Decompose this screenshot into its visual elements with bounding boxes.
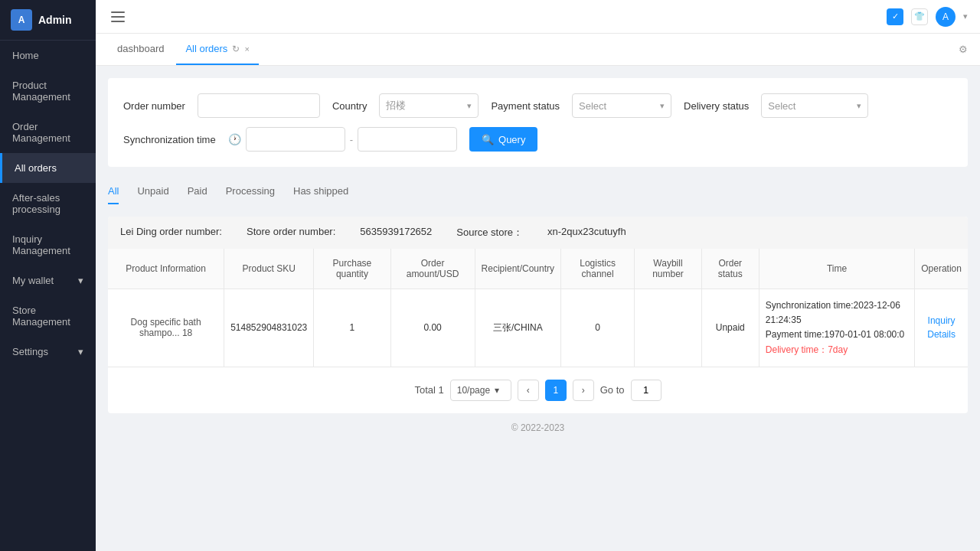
sidebar-item-order-management[interactable]: Order Management	[0, 112, 96, 153]
cell-operation: Inquiry Details	[915, 289, 968, 367]
tabs-bar: dashboard All orders ↻ × ⚙	[96, 34, 980, 66]
end-date-input[interactable]	[358, 127, 457, 152]
logo-text: Admin	[38, 14, 72, 26]
sidebar-item-label: Inquiry Management	[12, 233, 70, 256]
checkmark-icon[interactable]: ✓	[887, 8, 903, 25]
col-product-sku: Product SKU	[224, 249, 314, 289]
sidebar-item-label: Settings	[12, 346, 48, 357]
filter-row-1: Order number Country 招楼 ▾ Payment status…	[123, 93, 952, 118]
sidebar-item-settings[interactable]: Settings ▾	[0, 337, 96, 367]
chevron-down-icon[interactable]: ▾	[963, 11, 968, 21]
avatar-initial: A	[942, 11, 949, 22]
cell-purchase-qty: 1	[314, 289, 390, 367]
query-btn-label: Query	[498, 134, 525, 145]
close-icon[interactable]: ×	[244, 44, 249, 54]
sidebar-item-all-orders[interactable]: All orders	[0, 153, 96, 183]
sidebar-item-after-sales[interactable]: After-sales processing	[0, 183, 96, 224]
footer: © 2022-2023	[108, 413, 968, 442]
orders-table: Product Information Product SKU Purchase…	[108, 249, 968, 367]
search-icon: 🔍	[482, 134, 494, 145]
current-page-button[interactable]: 1	[545, 380, 567, 401]
go-to-input[interactable]	[631, 380, 662, 401]
sidebar-item-store-management[interactable]: Store Management	[0, 295, 96, 337]
delivery-time: Delivery time：7day	[766, 343, 908, 357]
cell-logistics: 0	[561, 289, 635, 367]
col-purchase-qty: Purchase quantity	[314, 249, 390, 289]
hamburger-icon[interactable]	[108, 8, 128, 25]
col-recipient: Recipient/Country	[475, 249, 560, 289]
col-waybill: Waybill number	[635, 249, 702, 289]
start-date-input[interactable]	[246, 127, 345, 152]
main-content: ✓ 👕 A ▾ dashboard All orders ↻ × ⚙ Order	[96, 0, 980, 551]
order-tab-shipped[interactable]: Has shipped	[293, 179, 348, 204]
sidebar-item-wallet[interactable]: My wallet ▾	[0, 266, 96, 295]
per-page-select[interactable]: 10/page ▾	[450, 380, 511, 401]
tab-label: All orders	[185, 43, 227, 54]
order-tab-processing[interactable]: Processing	[226, 179, 275, 204]
cell-order-status: Unpaid	[701, 289, 759, 367]
total-label: Total 1	[414, 384, 443, 396]
payment-time: Payment time:1970-01-01 08:00:0	[766, 328, 908, 342]
col-product-info: Product Information	[108, 249, 224, 289]
payment-status-select[interactable]: Select ▾	[572, 93, 671, 118]
query-button[interactable]: 🔍 Query	[469, 127, 537, 152]
chevron-down-icon: ▾	[495, 385, 499, 396]
order-tab-all[interactable]: All	[108, 179, 119, 204]
topbar-left	[108, 8, 128, 25]
order-tabs: All Unpaid Paid Processing Has shipped	[108, 179, 968, 204]
tab-all-orders[interactable]: All orders ↻ ×	[176, 34, 258, 65]
payment-status-placeholder: Select	[579, 100, 655, 112]
order-tab-paid[interactable]: Paid	[188, 179, 207, 204]
calendar-icon: 🕐	[228, 133, 241, 145]
order-tab-label: All	[108, 185, 119, 197]
topbar: ✓ 👕 A ▾	[96, 0, 980, 34]
sidebar-item-inquiry[interactable]: Inquiry Management	[0, 224, 96, 266]
topbar-right: ✓ 👕 A ▾	[887, 7, 968, 27]
cell-waybill	[635, 289, 702, 367]
col-order-status: Order status	[701, 249, 759, 289]
order-tab-unpaid[interactable]: Unpaid	[137, 179, 168, 204]
sync-time: Synchronization time:2023-12-06 21:24:35	[766, 298, 908, 328]
sidebar-item-product-management[interactable]: Product Management	[0, 70, 96, 112]
store-order-value: 5635939172652	[360, 226, 432, 240]
prev-page-button[interactable]: ‹	[518, 380, 539, 401]
refresh-icon[interactable]: ↻	[232, 44, 240, 54]
col-time: Time	[759, 249, 914, 289]
delivery-status-select[interactable]: Select ▾	[761, 93, 868, 118]
inquiry-button[interactable]: Inquiry	[921, 315, 962, 326]
next-page-button[interactable]: ›	[573, 380, 594, 401]
col-logistics: Logistics channel	[561, 249, 635, 289]
col-order-amount: Order amount/USD	[390, 249, 475, 289]
sync-time-label: Synchronization time	[123, 134, 216, 145]
go-to-label: Go to	[600, 384, 625, 396]
settings-icon[interactable]: ⚙	[959, 44, 968, 55]
sidebar-item-home[interactable]: Home	[0, 41, 96, 70]
source-store-value: xn-2qux23cutuyfh	[547, 226, 626, 240]
order-tab-label: Unpaid	[137, 185, 168, 197]
sidebar-item-label: Store Management	[12, 305, 70, 328]
filter-card: Order number Country 招楼 ▾ Payment status…	[108, 78, 968, 167]
order-number-label: Order number	[123, 100, 185, 112]
country-select-value: 招楼	[386, 99, 462, 112]
per-page-value: 10/page	[457, 385, 490, 396]
tab-dashboard[interactable]: dashboard	[108, 34, 173, 65]
table-card: Lei Ding order number: Store order numbe…	[108, 217, 968, 413]
details-button[interactable]: Details	[921, 329, 962, 340]
copyright: © 2022-2023	[511, 422, 565, 433]
date-separator: -	[350, 134, 353, 145]
order-tab-label: Has shipped	[293, 185, 348, 197]
shirt-icon[interactable]: 👕	[911, 8, 928, 25]
chevron-down-icon: ▾	[857, 101, 861, 111]
chevron-down-icon: ▾	[78, 346, 83, 357]
logo-icon: A	[11, 9, 32, 31]
cell-product-sku: 514852904831023	[224, 289, 314, 367]
order-number-input[interactable]	[198, 93, 320, 118]
order-header: Lei Ding order number: Store order numbe…	[108, 217, 968, 249]
pagination: Total 1 10/page ▾ ‹ 1 › Go to	[108, 367, 968, 413]
chevron-down-icon: ▾	[467, 101, 472, 111]
avatar[interactable]: A	[936, 7, 956, 27]
lei-ding-label: Lei Ding order number:	[120, 226, 222, 240]
cell-recipient: 三张/CHINA	[475, 289, 560, 367]
col-operation: Operation	[915, 249, 968, 289]
country-select[interactable]: 招楼 ▾	[379, 93, 479, 118]
